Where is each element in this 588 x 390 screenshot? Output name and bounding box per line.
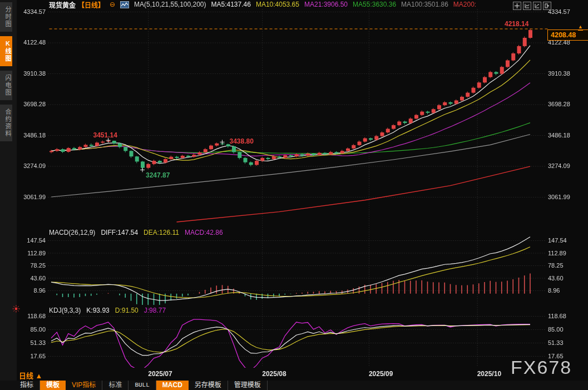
x-axis-date: 2025/10 bbox=[477, 370, 501, 378]
kdj-axis-label: 85.00 bbox=[548, 326, 578, 333]
kdj-axis-label: 85.00 bbox=[16, 326, 46, 333]
chart-header: 现货黄金 【日线】 ⊖ MA(5,10,21,55,100,200) MA5:4… bbox=[49, 1, 476, 8]
kdj-d-value: D:91.50 bbox=[115, 307, 139, 314]
macd-diff-value: DIFF:147.54 bbox=[101, 229, 138, 236]
toolbar-item-模板[interactable]: 模板 bbox=[40, 381, 66, 390]
period-tag[interactable]: 【日线】 bbox=[78, 0, 105, 9]
price-annotation: 4218.14 bbox=[505, 20, 528, 28]
macd-axis-label: 147.54 bbox=[16, 237, 46, 244]
price-axis-label: 3910.38 bbox=[16, 70, 46, 77]
price-axis-label: 3486.18 bbox=[16, 132, 46, 139]
kdj-axis-label: 51.33 bbox=[16, 339, 46, 346]
symbol-name: 现货黄金 bbox=[49, 0, 76, 9]
price-axis-label: 3698.28 bbox=[16, 101, 46, 107]
macd-params-label[interactable]: MACD(26,12,9) bbox=[49, 229, 95, 236]
toolbar-item-标准[interactable]: 标准 bbox=[102, 381, 129, 390]
toolbar-item-VIP指标[interactable]: VIP指标 bbox=[66, 381, 102, 390]
macd-dea-value: DEA:126.11 bbox=[144, 229, 179, 236]
macd-axis-label: 78.25 bbox=[548, 262, 578, 269]
ma-value: MA200: bbox=[453, 1, 476, 8]
ma-value: MA5:4137.46 bbox=[211, 1, 251, 8]
kdj-params-label[interactable]: KDJ(9,3,3) bbox=[49, 307, 81, 314]
toolbar-item-另存模板[interactable]: 另存模板 bbox=[189, 381, 228, 390]
price-axis-label: 3274.09 bbox=[16, 162, 46, 169]
window-toolbar bbox=[513, 2, 551, 10]
macd-macd-value: MACD:42.86 bbox=[185, 229, 223, 236]
price-annotation: 3438.80 bbox=[230, 137, 254, 145]
ma-settings-label: MA(5,10,21,55,100,200) bbox=[134, 1, 206, 8]
price-axis-label: 3061.99 bbox=[548, 194, 578, 200]
price-axis-label: 4334.57 bbox=[548, 8, 578, 15]
macd-axis-label: 8.96 bbox=[16, 287, 46, 294]
price-axis-label: 3061.99 bbox=[16, 194, 46, 200]
ma-value: MA21:3906.50 bbox=[304, 1, 348, 8]
toolbar-item-指标[interactable]: 指标 bbox=[14, 381, 40, 390]
x-axis-date: 2025/09 bbox=[369, 370, 393, 378]
move-icon[interactable] bbox=[513, 2, 521, 10]
chart-canvas[interactable] bbox=[0, 0, 588, 381]
kdj-header: KDJ(9,3,3) K:93.93 D:91.50 J:98.77 bbox=[49, 307, 166, 314]
x-axis-date: 2025/07 bbox=[148, 370, 172, 378]
x-axis-date: 2025/08 bbox=[262, 370, 286, 378]
detach-window-icon[interactable] bbox=[543, 2, 551, 10]
kdj-axis-label: 51.33 bbox=[548, 339, 578, 346]
price-axis-label: 4334.57 bbox=[16, 8, 46, 15]
kdj-axis-label: 17.65 bbox=[16, 353, 46, 359]
sidebar-tab-K线图[interactable]: K线图 bbox=[0, 36, 12, 66]
kdj-j-value: J:98.77 bbox=[144, 307, 166, 314]
ma-value: MA55:3630.36 bbox=[353, 1, 396, 8]
bottom-toolbar: 指标模板VIP指标标准BULLMACD另存模板管理模板 bbox=[0, 381, 588, 390]
price-axis-label: 4122.48 bbox=[16, 39, 46, 46]
chart-type-icon[interactable] bbox=[120, 1, 129, 8]
period-selector[interactable]: 日线 ▲ bbox=[19, 370, 42, 381]
ma-value: MA100:3501.86 bbox=[401, 1, 448, 8]
macd-header: MACD(26,12,9) DIFF:147.54 DEA:126.11 MAC… bbox=[49, 229, 223, 236]
toolbar-item-BULL[interactable]: BULL bbox=[129, 381, 156, 390]
drawing-pane-icon[interactable] bbox=[533, 2, 541, 10]
price-axis-label: 3486.18 bbox=[548, 132, 578, 139]
ma-values: MA5:4137.46MA10:4053.65MA21:3906.50MA55:… bbox=[211, 1, 477, 8]
indicator-pane-icon[interactable] bbox=[523, 2, 531, 10]
toolbar-item-MACD[interactable]: MACD bbox=[156, 381, 189, 390]
ma-value: MA10:4053.65 bbox=[256, 1, 299, 8]
price-annotation: 3451.14 bbox=[93, 131, 117, 139]
macd-axis-label: 8.96 bbox=[548, 287, 578, 294]
alert-sun-icon[interactable] bbox=[12, 305, 20, 315]
watermark-logo: FX678 bbox=[511, 357, 572, 378]
kdj-k-value: K:93.93 bbox=[86, 307, 109, 314]
toolbar-item-管理模板[interactable]: 管理模板 bbox=[228, 381, 268, 390]
sidebar-tab-分时图[interactable]: 分时图 bbox=[0, 2, 12, 32]
kdj-axis-label: 118.68 bbox=[16, 313, 46, 319]
kdj-axis-label: 118.68 bbox=[548, 313, 578, 319]
sidebar-tab-合约资料[interactable]: 合约资料 bbox=[0, 105, 12, 141]
chart-application-window: 分时图K线图闪电图合约资料 现货黄金 【日线】 ⊖ MA(5,10,21,55,… bbox=[0, 0, 588, 390]
price-annotation: 3247.87 bbox=[146, 171, 170, 179]
macd-axis-label: 147.54 bbox=[548, 237, 578, 244]
last-price-box: 4208.48 bbox=[547, 29, 588, 41]
price-axis-label: 3698.28 bbox=[548, 101, 578, 107]
price-axis-label: 3910.38 bbox=[548, 70, 578, 77]
sidebar-tab-闪电图[interactable]: 闪电图 bbox=[0, 71, 12, 100]
price-axis-label: 3274.09 bbox=[548, 162, 578, 169]
macd-axis-label: 78.25 bbox=[16, 262, 46, 269]
macd-axis-label: 43.60 bbox=[548, 275, 578, 282]
macd-axis-label: 43.60 bbox=[16, 275, 46, 282]
collapse-icon[interactable]: ⊖ bbox=[110, 2, 115, 7]
macd-axis-label: 112.89 bbox=[548, 250, 578, 256]
left-sidebar: 分时图K线图闪电图合约资料 bbox=[0, 0, 17, 381]
macd-axis-label: 112.89 bbox=[16, 250, 46, 256]
price-up-arrow-icon: ▲ bbox=[578, 24, 583, 31]
